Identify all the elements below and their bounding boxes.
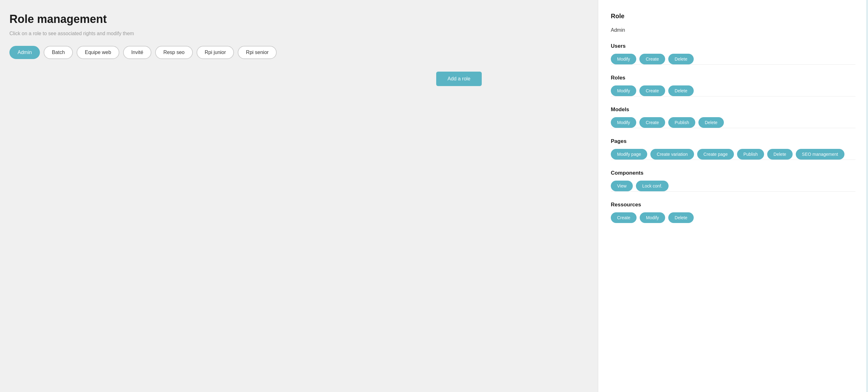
section-models: ModelsModifyCreatePublishDelete — [611, 107, 856, 128]
perm-badge-modify[interactable]: Modify — [611, 85, 636, 96]
permissions-users: ModifyCreateDelete — [611, 54, 856, 64]
perm-badge-lock-conf.[interactable]: Lock conf. — [636, 181, 669, 191]
perm-badge-create[interactable]: Create — [640, 54, 665, 64]
role-tag-batch[interactable]: Batch — [44, 46, 73, 59]
perm-badge-delete[interactable]: Delete — [767, 149, 792, 159]
section-users: UsersModifyCreateDelete — [611, 43, 856, 65]
section-divider — [611, 64, 856, 65]
role-tag-rpi-senior[interactable]: Rpi senior — [238, 46, 277, 59]
perm-badge-modify[interactable]: Modify — [611, 117, 636, 128]
section-ressources: RessourcesCreateModifyDelete — [611, 202, 856, 223]
section-components: ComponentsViewLock conf. — [611, 170, 856, 191]
left-panel: Role management Click on a role to see a… — [0, 0, 598, 392]
section-title-ressources: Ressources — [611, 202, 856, 208]
perm-badge-publish[interactable]: Publish — [737, 149, 764, 159]
role-tag-invite[interactable]: Invité — [123, 46, 151, 59]
perm-badge-view[interactable]: View — [611, 181, 633, 191]
perm-badge-delete[interactable]: Delete — [699, 117, 723, 128]
role-name-display: Admin — [611, 27, 856, 33]
section-title-components: Components — [611, 170, 856, 176]
page-title: Role management — [9, 12, 589, 26]
permissions-pages: Modify pageCreate variationCreate pagePu… — [611, 149, 856, 159]
role-tag-resp-seo[interactable]: Resp seo — [155, 46, 193, 59]
add-role-button[interactable]: Add a role — [436, 71, 482, 86]
perm-badge-create-page[interactable]: Create page — [697, 149, 734, 159]
permissions-roles: ModifyCreateDelete — [611, 85, 856, 96]
right-panel: Role Admin UsersModifyCreateDeleteRolesM… — [598, 0, 868, 392]
perm-badge-delete[interactable]: Delete — [668, 54, 693, 64]
section-divider — [611, 96, 856, 96]
perm-badge-delete[interactable]: Delete — [668, 212, 693, 223]
perm-badge-create[interactable]: Create — [640, 85, 665, 96]
section-divider — [611, 159, 856, 160]
perm-badge-create-variation[interactable]: Create variation — [650, 149, 694, 159]
section-title-users: Users — [611, 43, 856, 49]
section-pages: PagesModify pageCreate variationCreate p… — [611, 138, 856, 160]
sections-container: UsersModifyCreateDeleteRolesModifyCreate… — [611, 43, 856, 223]
roles-list: AdminBatchEquipe webInvitéResp seoRpi ju… — [9, 46, 589, 59]
perm-badge-modify[interactable]: Modify — [611, 54, 636, 64]
role-tag-equipe-web[interactable]: Equipe web — [76, 46, 119, 59]
section-title-pages: Pages — [611, 138, 856, 145]
permissions-models: ModifyCreatePublishDelete — [611, 117, 856, 128]
perm-badge-create[interactable]: Create — [640, 117, 665, 128]
scrollbar[interactable] — [866, 0, 868, 392]
perm-badge-modify[interactable]: Modify — [640, 212, 665, 223]
perm-badge-delete[interactable]: Delete — [668, 85, 693, 96]
perm-badge-seo-management[interactable]: SEO management — [796, 149, 844, 159]
perm-badge-modify-page[interactable]: Modify page — [611, 149, 647, 159]
permissions-ressources: CreateModifyDelete — [611, 212, 856, 223]
page-subtitle: Click on a role to see associated rights… — [9, 31, 589, 36]
perm-badge-create[interactable]: Create — [611, 212, 637, 223]
section-divider — [611, 128, 856, 128]
perm-badge-publish[interactable]: Publish — [668, 117, 695, 128]
section-title-models: Models — [611, 107, 856, 113]
permissions-components: ViewLock conf. — [611, 181, 856, 191]
role-tag-rpi-junior[interactable]: Rpi junior — [196, 46, 234, 59]
panel-title: Role — [611, 12, 856, 20]
section-roles: RolesModifyCreateDelete — [611, 75, 856, 96]
section-title-roles: Roles — [611, 75, 856, 81]
role-tag-admin[interactable]: Admin — [9, 46, 40, 59]
